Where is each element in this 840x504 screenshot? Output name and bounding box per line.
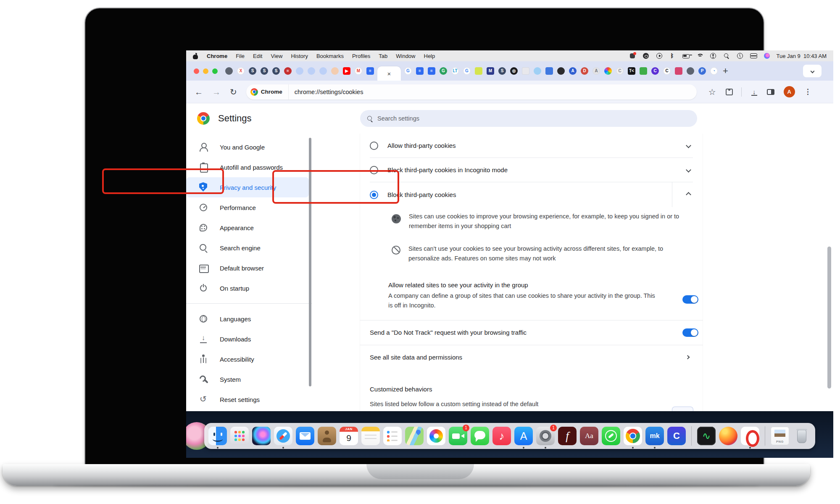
user-icon[interactable]	[709, 52, 717, 59]
spotlight-search-icon[interactable]	[723, 52, 730, 59]
sidebar-item-privacy-and-security[interactable]: Privacy and security	[186, 177, 309, 197]
creative-cloud-icon[interactable]	[642, 52, 650, 59]
pinned-tab-favicon[interactable]: ≡	[416, 67, 424, 75]
pinned-tab-favicon[interactable]	[331, 67, 339, 75]
dock-item-whatsapp[interactable]	[602, 427, 620, 445]
sidebar-item-you-and-google[interactable]: You and Google	[186, 137, 309, 157]
pinned-tab-favicon[interactable]: X	[237, 67, 245, 75]
site-data-row[interactable]: See all site data and permissions	[360, 345, 703, 370]
settings-search[interactable]	[360, 110, 697, 127]
do-not-track-row[interactable]: Send a "Do Not Track" request with your …	[360, 320, 703, 345]
pinned-tab-favicon[interactable]	[308, 67, 315, 75]
pinned-tab-favicon[interactable]: ≡	[366, 67, 374, 75]
close-window-button[interactable]	[194, 68, 199, 74]
sidebar-item-performance[interactable]: Performance	[186, 197, 309, 218]
sidebar-item-reset-settings[interactable]: Reset settings	[186, 389, 309, 410]
dock-item-reminders[interactable]	[383, 427, 402, 445]
dock-item-launchpad[interactable]	[230, 427, 249, 445]
dock-item-notes[interactable]	[361, 427, 380, 445]
dock-item-appstore[interactable]	[514, 427, 533, 445]
pinned-tab-favicon[interactable]: T<	[628, 67, 635, 75]
menu-app-name[interactable]: Chrome	[207, 53, 227, 59]
pinned-tab-favicon[interactable]	[522, 67, 529, 75]
pinned-tab-favicon[interactable]	[225, 67, 233, 75]
pinned-tab-favicon[interactable]	[640, 67, 647, 75]
active-tab[interactable]: ×	[377, 66, 401, 81]
battery-icon[interactable]	[682, 52, 690, 59]
radio-row-block-third-party[interactable]: Block third-party cookies	[360, 182, 703, 207]
pinned-tab-favicon[interactable]: ◎	[510, 67, 518, 75]
profile-avatar[interactable]: A	[784, 86, 795, 97]
pinned-tab-favicon[interactable]: G	[404, 67, 412, 75]
dock-item-contacts[interactable]	[318, 427, 336, 445]
menu-clock[interactable]: Tue Jan 9 10:43 AM	[777, 53, 827, 59]
pinned-tab-favicon[interactable]	[545, 67, 553, 75]
chevron-down-icon[interactable]	[686, 167, 691, 173]
pinned-tab-favicon[interactable]: A	[569, 67, 577, 75]
dock-item-photos[interactable]	[427, 427, 445, 445]
dock-item-maps[interactable]	[405, 427, 424, 445]
reload-button[interactable]: ↻	[230, 88, 237, 96]
play-circle-icon[interactable]	[656, 52, 663, 59]
new-tab-button[interactable]: +	[723, 66, 728, 76]
menu-item-bookmarks[interactable]: Bookmarks	[316, 53, 344, 59]
radio-unselected-icon[interactable]	[370, 142, 378, 150]
downloads-icon[interactable]	[751, 88, 758, 96]
minimize-window-button[interactable]	[203, 68, 208, 74]
radio-row-allow-third-party[interactable]: Allow third-party cookies	[360, 134, 703, 158]
sidebar-item-accessibility[interactable]: Accessibility	[186, 349, 309, 369]
sidebar-item-system[interactable]: System	[186, 369, 309, 389]
site-chip[interactable]: Chrome	[246, 84, 289, 100]
chevron-down-icon[interactable]	[686, 143, 691, 148]
pinned-tab-favicon[interactable]	[604, 67, 612, 75]
menu-item-tab[interactable]: Tab	[379, 53, 387, 59]
chevron-up-icon[interactable]	[686, 192, 691, 197]
dock-item-flash[interactable]: f	[558, 427, 577, 445]
sidebar-item-search-engine[interactable]: Search engine	[186, 238, 309, 258]
pinned-tab-favicon[interactable]: G	[463, 67, 471, 75]
dock-item-opera[interactable]	[741, 427, 759, 445]
tab-close-icon[interactable]: ×	[387, 71, 391, 77]
wifi-icon[interactable]	[696, 52, 703, 59]
menu-item-file[interactable]: File	[236, 53, 245, 59]
control-center-icon[interactable]	[750, 52, 757, 59]
dock-item-activity-monitor[interactable]	[697, 427, 716, 445]
pinned-tab-favicon[interactable]: S	[249, 67, 256, 75]
dock-item-facetime[interactable]: 1	[449, 427, 467, 445]
pinned-tab-favicon[interactable]: S	[498, 67, 506, 75]
dock-item-calendar[interactable]: JAN9	[340, 427, 358, 445]
pinned-tab-favicon[interactable]	[534, 67, 541, 75]
time-machine-icon[interactable]	[736, 52, 744, 59]
sidebar-item-on-startup[interactable]: On startup	[186, 278, 309, 298]
dock-item-music[interactable]	[492, 427, 511, 445]
pinned-tab-favicon[interactable]: A	[592, 67, 600, 75]
page-scrollbar[interactable]	[827, 247, 831, 388]
sidebar-item-downloads[interactable]: Downloads	[186, 329, 309, 349]
radio-unselected-icon[interactable]	[370, 166, 378, 174]
pinned-tab-favicon[interactable]	[687, 67, 694, 75]
pinned-tab-favicon[interactable]: LT	[451, 67, 459, 75]
pinned-tab-favicon[interactable]: ≡	[284, 67, 292, 75]
app-badge-icon[interactable]	[629, 52, 636, 59]
pinned-tab-favicon[interactable]: C	[663, 67, 671, 75]
dock-item-finder[interactable]	[208, 427, 227, 445]
dock-item-fontbook[interactable]: Aa	[580, 427, 598, 445]
dock-item-png-file[interactable]: PNG	[771, 427, 789, 445]
bookmark-star-icon[interactable]: ☆	[708, 88, 716, 96]
pinned-tab-favicon[interactable]: M	[355, 67, 362, 75]
pinned-tab-favicon[interactable]: ≡	[428, 67, 435, 75]
dock-item-messages[interactable]	[471, 427, 489, 445]
menu-item-help[interactable]: Help	[424, 53, 435, 59]
dock-item-trash[interactable]	[793, 427, 811, 445]
zoom-window-button[interactable]	[212, 68, 218, 74]
do-not-track-toggle[interactable]	[682, 328, 698, 337]
sidebar-item-appearance[interactable]: Appearance	[186, 218, 309, 238]
pinned-tab-favicon[interactable]: S	[272, 67, 280, 75]
dock-item-c-app[interactable]: C	[667, 427, 686, 445]
pinned-tab-favicon[interactable]: ▶	[343, 67, 350, 75]
apple-menu-icon[interactable]	[193, 53, 198, 59]
pinned-tab-favicon[interactable]: C	[616, 67, 624, 75]
dock-item-mk-app[interactable]: mk	[645, 427, 664, 445]
dock-item-safari[interactable]	[274, 427, 292, 445]
side-panel-icon[interactable]	[767, 89, 774, 95]
